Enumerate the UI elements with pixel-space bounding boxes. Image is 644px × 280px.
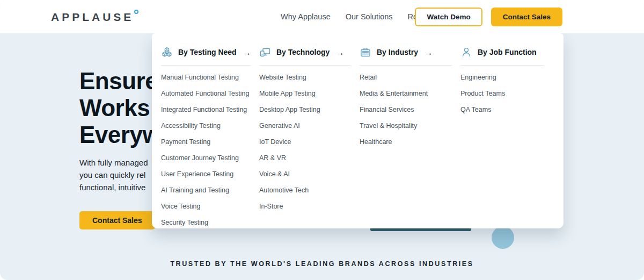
menu-item[interactable]: Desktop App Testing [259,102,360,118]
menu-item[interactable]: Voice & AI [259,166,360,182]
menu-header-industry[interactable]: By Industry → [360,44,452,66]
menu-item[interactable]: Generative AI [259,118,360,134]
menu-item[interactable]: Payment Testing [161,134,259,150]
menu-item[interactable]: AI Training and Testing [161,182,259,198]
watch-demo-button[interactable]: Watch Demo [415,8,482,26]
logo-circle-icon [134,10,138,14]
menu-item[interactable]: Healthcare [360,134,460,150]
hero-decor-circle [492,226,514,249]
menu-column-industry: By Industry → RetailMedia & Entertainmen… [360,44,460,228]
person-icon [460,46,472,58]
hero-contact-sales-button[interactable]: Contact Sales [79,211,155,229]
menu-header-job-function[interactable]: By Job Function [460,44,544,66]
trusted-brands-text: TRUSTED BY THE WORLD'S LEADING BRANDS AC… [0,260,644,268]
hero-heading-line: Ensure [79,68,160,95]
menu-item[interactable]: Engineering [460,69,553,85]
hero-heading-line: Everyw [79,121,160,148]
menu-column-title: By Technology [276,48,330,56]
cubes-icon [161,46,173,58]
top-navbar: APPLAUSE Why ApplauseOur SolutionsResour… [0,0,644,33]
hero-heading: EnsureWorksEveryw [79,68,160,148]
arrow-right-icon: → [336,48,344,57]
menu-item[interactable]: Integrated Functional Testing [161,102,259,118]
menu-column-testing-need: By Testing Need → Manual Functional Test… [161,44,259,228]
menu-item[interactable]: Automated Functional Testing [161,85,259,102]
menu-item[interactable]: Accessibility Testing [161,118,259,134]
menu-header-technology[interactable]: By Technology → [259,44,351,66]
logo-text: APPLAUSE [51,11,134,24]
briefcase-icon [360,46,371,58]
arrow-right-icon: → [425,48,433,57]
menu-item[interactable]: Travel & Hospitality [360,118,460,134]
header-buttons: Watch Demo Contact Sales [415,0,562,33]
menu-item[interactable]: Website Testing [259,69,360,85]
menu-item[interactable]: QA Teams [460,102,553,118]
menu-list-job-function: EngineeringProduct TeamsQA Teams [460,69,553,118]
menu-column-title: By Job Function [478,48,537,56]
menu-item[interactable]: Product Teams [460,85,553,102]
menu-list-technology: Website TestingMobile App TestingDesktop… [259,69,360,214]
solutions-mega-menu: By Testing Need → Manual Functional Test… [152,33,564,228]
menu-header-testing-need[interactable]: By Testing Need → [161,44,251,66]
nav-link[interactable]: Why Applause [281,12,331,21]
hero-body: With fully managedyou can quickly relfun… [79,156,160,193]
hero-body-line: you can quickly rel [79,169,160,181]
menu-list-testing-need: Manual Functional TestingAutomated Funct… [161,69,259,231]
nav-link[interactable]: Our Solutions [346,12,393,21]
devices-icon [259,46,271,58]
menu-item[interactable]: Automotive Tech [259,182,360,198]
applause-logo[interactable]: APPLAUSE [51,11,138,24]
hero-body-line: functional, intuitive [79,181,160,193]
hero-heading-line: Works [79,95,160,121]
menu-item[interactable]: Voice Testing [161,198,259,214]
menu-item[interactable]: AR & VR [259,150,360,166]
menu-item[interactable]: Mobile App Testing [259,85,360,102]
menu-item[interactable]: Retail [360,69,460,85]
arrow-right-icon: → [243,48,251,57]
menu-column-title: By Testing Need [178,48,237,56]
menu-column-title: By Industry [377,48,418,56]
menu-item[interactable]: In-Store [259,198,360,214]
hero-body-line: With fully managed [79,156,160,169]
menu-item[interactable]: User Experience Testing [161,166,259,182]
hero-section: EnsureWorksEveryw With fully managedyou … [79,68,160,229]
page: EnsureWorksEveryw With fully managedyou … [0,0,644,280]
menu-item[interactable]: Financial Services [360,102,460,118]
menu-column-job-function: By Job Function EngineeringProduct Teams… [460,44,553,228]
contact-sales-button[interactable]: Contact Sales [491,8,562,26]
menu-list-industry: RetailMedia & EntertainmentFinancial Ser… [360,69,460,150]
menu-item[interactable]: Manual Functional Testing [161,69,259,85]
menu-item[interactable]: IoT Device [259,134,360,150]
menu-item[interactable]: Media & Entertainment [360,85,460,102]
menu-item[interactable]: Customer Journey Testing [161,150,259,166]
menu-column-technology: By Technology → Website TestingMobile Ap… [259,44,360,228]
menu-item[interactable]: Security Testing [161,214,259,231]
